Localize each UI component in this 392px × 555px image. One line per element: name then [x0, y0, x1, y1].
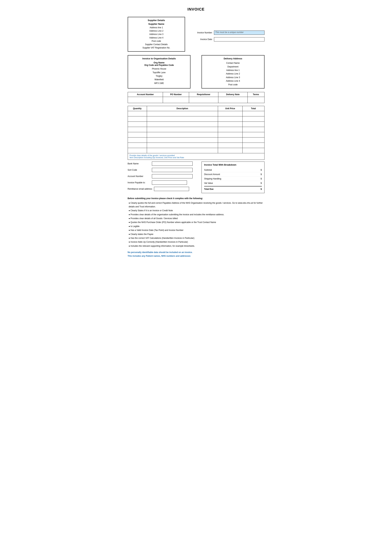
bank-name-input[interactable] — [152, 161, 192, 166]
table-row — [128, 97, 264, 103]
sort-code-row: Sort Code — [128, 168, 192, 172]
table-row — [128, 117, 264, 122]
bank-name-row: Bank Name — [128, 161, 192, 166]
org-name: Org Name — [131, 61, 188, 64]
list-item: ● Is Legible — [129, 225, 264, 228]
org-line2: Topcliffe Lane — [131, 71, 188, 74]
invoice-number-section: Invoice Number: This must be a unique nu… — [193, 17, 264, 52]
table-row — [128, 143, 264, 148]
org-line4: Wakefield — [131, 78, 188, 81]
delivery-line3: Address Line 3 — [205, 76, 262, 79]
org-section-title: Invoice to Organisation Details — [131, 57, 188, 60]
discount-amount: $ — [255, 173, 262, 175]
items-footer-text: Provide clear details of the goods / ser… — [128, 153, 264, 160]
list-item: ● Invoice Adds Up Correctly (Handwritten… — [129, 240, 264, 244]
account-number-cell[interactable] — [128, 97, 163, 103]
table-row — [128, 111, 264, 117]
subtotal-amount: $ — [255, 169, 262, 171]
vat-amount: $ — [255, 182, 262, 184]
privacy-line1: No personally identifiable data should b… — [128, 251, 264, 254]
supplier-address-line1: Address line 1 — [131, 26, 182, 29]
delivery-postcode: Post code — [205, 83, 262, 86]
terms-cell[interactable] — [248, 97, 264, 103]
col-description: Description — [147, 106, 218, 111]
total-label: Total Due — [204, 188, 214, 190]
delivery-department: Department — [205, 65, 262, 68]
table-row — [128, 127, 264, 132]
payable-input[interactable] — [152, 181, 187, 185]
checklist-items: ● Clearly quotes the full and correct Pa… — [128, 201, 264, 248]
list-item: ● Clearly States if it is an Invoice or … — [129, 209, 264, 212]
items-footer: Provide clear details of the goods / ser… — [128, 153, 264, 160]
table-row — [128, 132, 264, 138]
col-account-number: Account Number — [128, 92, 163, 97]
list-item: ● Clearly states the Payee — [129, 233, 264, 236]
account-number-row: Account Number — [128, 174, 192, 178]
org-code: Org Code and Payables Code — [131, 64, 188, 66]
table-row — [128, 138, 264, 143]
footer-line1: Provide clear details of the goods / ser… — [130, 154, 263, 156]
delivery-contact: Contact Name — [205, 61, 262, 65]
payable-row: Invoice Payable to: — [128, 181, 192, 185]
discount-row: Discount Amount $ — [204, 172, 262, 177]
col-requisitioner: Requisitioner — [189, 92, 218, 97]
subtotal-label: Subtotal — [204, 169, 212, 171]
account-number-input[interactable] — [152, 174, 192, 178]
remittance-row: Remittance email address: — [128, 187, 192, 191]
org-line1: Phoenix House — [131, 67, 188, 71]
list-item: ● Has a Valid Invoice Date (Tax Point) a… — [129, 228, 264, 232]
delivery-note-cell[interactable] — [218, 97, 248, 103]
invoice-date-label: Invoice Date: — [193, 38, 213, 41]
shipping-amount: $ — [255, 177, 262, 180]
invoice-date-row: Invoice Date: — [193, 37, 264, 41]
org-line3: Tingley — [131, 74, 188, 78]
list-item: ● Quotes the NHS Purchase Order (PO) Num… — [129, 220, 264, 224]
order-table: Account Number PO Number Requisitioner D… — [128, 92, 264, 103]
items-table: Quantity Description Unit Price Total — [128, 106, 264, 160]
breakdown-section: Invoice Total With Breakdown Subtotal $ … — [201, 161, 264, 193]
bank-section: Bank Name Sort Code Account Number Invoi… — [128, 161, 196, 193]
order-table-section: Account Number PO Number Requisitioner D… — [128, 92, 264, 103]
page-title: INVOICE — [128, 7, 264, 12]
supplier-vat: Supplier VAT Registration No. — [131, 46, 182, 50]
list-item: ● Includes the relevant supporting infor… — [129, 244, 264, 248]
org-details-box: Invoice to Organisation Details Org Name… — [128, 55, 191, 88]
delivery-line2: Address Line 2 — [205, 72, 262, 75]
col-quantity: Quantity — [128, 106, 147, 111]
sort-code-label: Sort Code — [128, 169, 150, 171]
remittance-input[interactable] — [154, 187, 189, 191]
remittance-label: Remittance email address: — [128, 188, 153, 190]
table-row — [128, 148, 264, 153]
list-item: ● Provides clear details of the organisa… — [129, 213, 264, 216]
bank-breakdown-section: Bank Name Sort Code Account Number Invoi… — [128, 161, 264, 193]
bank-name-label: Bank Name — [128, 162, 150, 165]
shipping-row: Shipping Handling $ — [204, 177, 262, 181]
total-amount: $ — [255, 188, 262, 190]
supplier-address-line3: Address Line 3 — [131, 33, 182, 36]
col-delivery-note: Delivery Note — [218, 92, 248, 97]
vat-row: Vat Value $ — [204, 181, 262, 185]
sort-code-input[interactable] — [152, 168, 192, 172]
items-table-section: Quantity Description Unit Price Total — [128, 106, 264, 160]
col-po-number: PO Number — [163, 92, 189, 97]
invoice-number-row: Invoice Number: This must be a unique nu… — [193, 30, 264, 35]
payable-label: Invoice Payable to: — [128, 181, 150, 184]
invoice-number-input[interactable]: This must be a unique number — [214, 30, 264, 35]
supplier-section-title: Supplier Details — [131, 19, 182, 22]
po-number-cell[interactable] — [163, 97, 189, 103]
supplier-postcode: Post code — [131, 39, 182, 43]
breakdown-title: Invoice Total With Breakdown — [204, 163, 262, 166]
delivery-address: Contact Name Department Address line 1 A… — [205, 61, 262, 86]
invoice-date-input[interactable] — [214, 37, 264, 41]
requisitioner-cell[interactable] — [189, 97, 218, 103]
list-item: ● Has the correct VAT Calculations (Hand… — [129, 236, 264, 240]
col-total: Total — [242, 106, 264, 111]
supplier-name: Supplier Name — [131, 23, 182, 25]
vat-label: Vat Value — [204, 182, 213, 184]
footer-line2: Item Description Including Qty Invoiced,… — [130, 156, 263, 159]
checklist-title: Before submitting your Invoice please ch… — [128, 197, 264, 200]
account-number-label: Account Number — [128, 175, 150, 177]
list-item: ● Clearly quotes the full and correct Pa… — [129, 201, 264, 208]
subtotal-row: Subtotal $ — [204, 168, 262, 172]
delivery-address-box: Delivery Address Contact Name Department… — [201, 55, 264, 88]
